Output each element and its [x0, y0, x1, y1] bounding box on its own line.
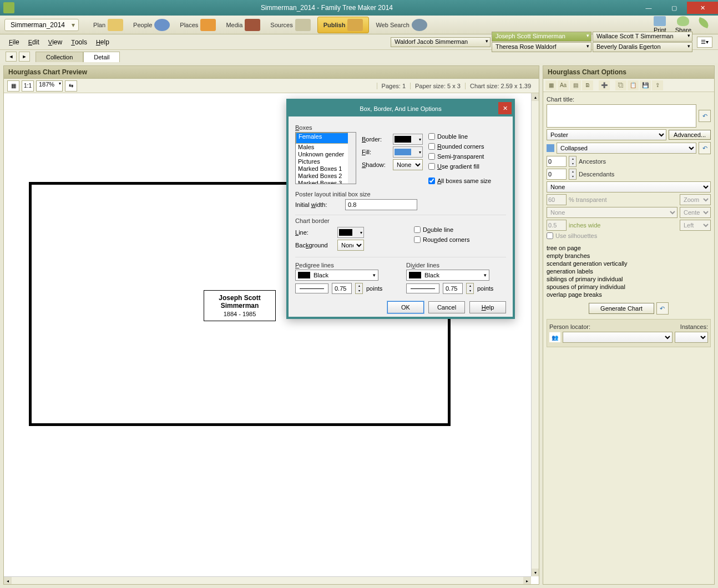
semi-check[interactable]: [428, 153, 435, 160]
actual-icon[interactable]: 1:1: [22, 80, 34, 92]
list-item[interactable]: Marked Boxes 3: [296, 180, 356, 184]
view-people[interactable]: People: [130, 18, 173, 32]
collapsed-select[interactable]: Collapsed: [557, 143, 696, 154]
opt-icon-save[interactable]: 💾: [640, 80, 651, 90]
instances-select[interactable]: [675, 332, 708, 343]
opt-icon-copy[interactable]: ⿻: [615, 80, 626, 90]
descendants-spin[interactable]: ▴▾: [569, 169, 577, 180]
share-button[interactable]: Share: [675, 16, 691, 33]
fit-icon[interactable]: ▦: [7, 80, 19, 92]
opt-icon-box[interactable]: ▤: [570, 80, 581, 90]
scrollbar-h[interactable]: ◂▸: [4, 576, 531, 584]
cb-round-check[interactable]: [414, 236, 421, 243]
view-publish[interactable]: Publish: [317, 17, 370, 33]
zoom-select[interactable]: 187%: [36, 80, 63, 92]
pedigree-thick[interactable]: [332, 283, 352, 294]
menu-file[interactable]: File: [6, 37, 23, 47]
tab-detail[interactable]: Detail: [83, 52, 120, 62]
view-websearch[interactable]: Web Search: [372, 18, 430, 32]
settings-icon[interactable]: ⇆: [65, 80, 77, 92]
dialog-title: Box, Border, And Line Options: [360, 105, 441, 112]
view-plan[interactable]: Plan: [90, 18, 127, 32]
index-icon[interactable]: ☰▾: [697, 37, 712, 48]
opt-icon-note[interactable]: 🗎: [582, 80, 593, 90]
menu-tools[interactable]: Tools: [68, 37, 90, 47]
descendants-input[interactable]: [547, 169, 567, 180]
opt-icon-font[interactable]: Aa: [558, 80, 569, 90]
grad-check[interactable]: [428, 163, 435, 170]
options-title: Hourglass Chart Options: [543, 66, 714, 79]
pedigree-color[interactable]: Black▾: [295, 270, 378, 281]
pedigree-label: Pedigree lines: [295, 262, 395, 268]
round-check[interactable]: [428, 143, 435, 150]
nav-back[interactable]: ◄: [6, 52, 17, 62]
menu-help[interactable]: Help: [93, 37, 113, 47]
chart-title-input[interactable]: [547, 104, 696, 128]
help-button[interactable]: Help: [469, 301, 506, 313]
close-button[interactable]: ✕: [687, 2, 718, 14]
nav-fwd[interactable]: ►: [19, 52, 30, 62]
divider-style[interactable]: [406, 283, 439, 293]
cancel-button[interactable]: Cancel: [428, 301, 465, 313]
undo-generate-icon[interactable]: ↶: [656, 302, 669, 315]
list-item[interactable]: Unknown gender: [296, 151, 356, 158]
tree-selector[interactable]: Simmerman_2014: [4, 19, 79, 31]
line-color[interactable]: ▾: [337, 227, 364, 238]
view-sources[interactable]: Sources: [267, 18, 314, 32]
dbl-check[interactable]: [428, 133, 435, 140]
box-type-list[interactable]: Females Males Unknown gender Pictures Ma…: [295, 132, 356, 184]
shadow-select[interactable]: None: [393, 159, 423, 170]
ancestors-spin[interactable]: ▴▾: [569, 156, 577, 167]
list-item[interactable]: Pictures: [296, 158, 356, 165]
boxes-label: Boxes: [295, 124, 506, 131]
list-item[interactable]: Marked Boxes 2: [296, 173, 356, 180]
bg-select-dlg[interactable]: None: [337, 240, 364, 251]
menu-edit[interactable]: Edit: [25, 37, 43, 47]
pedigree-style[interactable]: [295, 283, 328, 293]
divider-thick[interactable]: [443, 283, 463, 294]
list-item[interactable]: Males: [296, 144, 356, 151]
person-mother[interactable]: Theresa Rose Waldorf: [492, 42, 591, 52]
iw-input[interactable]: [345, 199, 417, 210]
tab-collection[interactable]: Collection: [36, 52, 83, 62]
maximize-button[interactable]: ▢: [661, 2, 687, 14]
ok-button[interactable]: OK: [387, 301, 424, 313]
layout-select[interactable]: Poster: [547, 129, 666, 140]
advanced-button[interactable]: Advanced...: [669, 130, 711, 140]
list-item[interactable]: Marked Boxes 1: [296, 165, 356, 173]
bg-select[interactable]: None: [547, 181, 711, 192]
opt-icon-add[interactable]: ➕: [599, 80, 610, 90]
pedigree-spin[interactable]: ▴▾: [355, 283, 363, 294]
same-check[interactable]: [428, 178, 435, 184]
person-spouse2[interactable]: Beverly Daralis Egerton: [593, 42, 692, 52]
cb-dbl-check[interactable]: [414, 226, 421, 233]
ancestors-input[interactable]: [547, 156, 567, 167]
person-focus[interactable]: Joseph Scott Simmerman: [492, 32, 591, 42]
print-button[interactable]: Print: [654, 16, 666, 33]
generate-button[interactable]: Generate Chart: [589, 303, 654, 314]
view-media[interactable]: Media: [223, 18, 264, 32]
undo-collapse-icon[interactable]: ↶: [699, 142, 711, 154]
pages-info: Pages: 1: [377, 83, 410, 89]
view-places[interactable]: Places: [176, 18, 219, 32]
points-label2: points: [477, 285, 493, 292]
opt-icon-export[interactable]: ⇪: [652, 80, 663, 90]
undo-title-icon[interactable]: ↶: [699, 110, 711, 122]
menu-view[interactable]: View: [45, 37, 65, 47]
dialog-close-button[interactable]: ✕: [498, 102, 512, 114]
opt-icon-layout[interactable]: ▦: [545, 80, 557, 90]
list-item[interactable]: Females: [296, 133, 356, 144]
person-father[interactable]: Waldorf Jacob Simmerman: [391, 37, 491, 47]
person-box[interactable]: Joseph Scott Simmerman 1884 - 1985: [204, 290, 276, 321]
opt-icon-paste[interactable]: 📋: [628, 80, 639, 90]
locator-select[interactable]: [563, 332, 673, 343]
divider-color[interactable]: Black▾: [406, 270, 489, 281]
divider-spin[interactable]: ▴▾: [466, 283, 474, 294]
person-spouse1[interactable]: Wallace Scott T Simmerman: [593, 32, 692, 42]
scrollbar-v[interactable]: ▴▾: [531, 93, 539, 576]
minimize-button[interactable]: —: [636, 2, 661, 14]
border-color[interactable]: ▾: [393, 134, 423, 145]
list-scrollbar[interactable]: [348, 133, 356, 184]
fill-color[interactable]: ▾: [393, 146, 423, 158]
locator-icon[interactable]: 👥: [549, 332, 560, 342]
